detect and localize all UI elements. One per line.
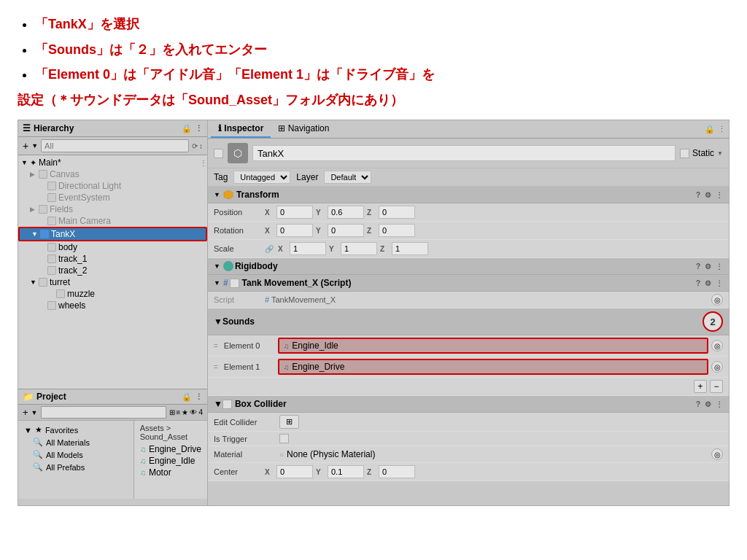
rigidbody-actions: ? ⚙ ⋮ bbox=[696, 262, 723, 271]
pos-x-input[interactable] bbox=[276, 206, 313, 219]
sounds-count-badge[interactable]: 2 bbox=[703, 311, 723, 332]
plus-button[interactable]: + bbox=[23, 140, 28, 152]
hierarchy-item-fields[interactable]: ▶ Fields bbox=[18, 203, 207, 215]
project-all-models[interactable]: 🔍 All Models bbox=[18, 448, 133, 461]
hierarchy-item-body[interactable]: body bbox=[18, 241, 207, 253]
rigidbody-title: Rigidbody bbox=[235, 261, 278, 271]
nav-icon: ⊞ bbox=[278, 123, 285, 133]
tank-movement-header[interactable]: ▼ # Tank Movement_X (Script) ? ⚙ ⋮ bbox=[208, 275, 729, 292]
box-collider-title: Box Collider bbox=[235, 399, 287, 409]
transform-header[interactable]: ▼ Transform ? ⚙ ⋮ bbox=[208, 187, 729, 203]
hierarchy-item-tankx[interactable]: ▼ TankX bbox=[18, 227, 207, 241]
static-label: Static bbox=[692, 148, 714, 158]
element-1-audio-field[interactable]: ♫ Engine_Drive bbox=[278, 359, 708, 375]
edit-collider-btn[interactable]: ⊞ bbox=[279, 415, 299, 429]
sounds-caret: ▼ bbox=[214, 316, 222, 327]
hierarchy-item-muzzle[interactable]: muzzle bbox=[18, 288, 207, 300]
rot-x-input[interactable] bbox=[276, 224, 313, 237]
rigidbody-header[interactable]: ▼ Rigidbody ? ⚙ ⋮ bbox=[208, 258, 729, 275]
dropdown-arrow-icon[interactable]: ▼ bbox=[31, 142, 38, 149]
hierarchy-item-wheels[interactable]: wheels bbox=[18, 300, 207, 311]
asset-motor[interactable]: ♫ Motor bbox=[140, 467, 201, 478]
scale-z-input[interactable] bbox=[392, 242, 428, 255]
drag-handle-1[interactable]: = bbox=[214, 363, 218, 371]
rot-z-input[interactable] bbox=[379, 224, 415, 237]
project-plus-btn[interactable]: + bbox=[23, 407, 28, 418]
hierarchy-menu-icon: ☰ bbox=[23, 123, 31, 133]
tm-help-icon[interactable]: ? bbox=[696, 279, 700, 287]
object-name-input[interactable] bbox=[252, 145, 676, 161]
hierarchy-item-turret[interactable]: ▼ turret bbox=[18, 276, 207, 288]
edit-collider-row: Edit Collider ⊞ bbox=[208, 413, 729, 432]
rb-settings-icon[interactable]: ⚙ bbox=[705, 262, 711, 271]
project-all-materials[interactable]: 🔍 All Materials bbox=[18, 436, 133, 448]
scale-y-input[interactable] bbox=[341, 242, 377, 255]
project-arrow-btn[interactable]: ▼ bbox=[31, 409, 38, 416]
search-icon-small: 🔍 bbox=[33, 438, 43, 447]
hierarchy-item-dirlight[interactable]: Directional Light bbox=[18, 180, 207, 192]
tab-navigation[interactable]: ⊞ Navigation bbox=[271, 120, 336, 138]
project-favorites-header[interactable]: ▼ ★ Favorites bbox=[18, 424, 133, 436]
box-collider-header[interactable]: ▼ Box Collider ? ⚙ ⋮ bbox=[208, 396, 729, 413]
sort-icon[interactable]: ↕ bbox=[199, 142, 203, 150]
transform-help-icon[interactable]: ? bbox=[696, 191, 700, 199]
element-1-target-btn[interactable]: ◎ bbox=[711, 361, 723, 373]
bc-settings-icon[interactable]: ⚙ bbox=[705, 400, 711, 408]
all-models-label: All Models bbox=[46, 451, 83, 459]
hierarchy-item-eventsystem[interactable]: EventSystem bbox=[18, 192, 207, 203]
pos-y-input[interactable] bbox=[328, 206, 364, 219]
rb-menu-icon[interactable]: ⋮ bbox=[716, 262, 723, 271]
view-icon-3[interactable]: ★ bbox=[182, 408, 188, 416]
hierarchy-item-main[interactable]: ▼ ✦ Main* ⋮ bbox=[18, 157, 207, 168]
transform-settings-icon[interactable]: ⚙ bbox=[705, 191, 711, 199]
instruction-1: 「TankX」を選択 bbox=[35, 13, 729, 36]
is-trigger-checkbox[interactable] bbox=[279, 434, 289, 443]
bc-help-icon[interactable]: ? bbox=[696, 400, 700, 408]
layer-select[interactable]: Default bbox=[324, 171, 371, 184]
position-label: Position bbox=[214, 208, 265, 217]
audio-icon-1: ♫ bbox=[284, 363, 290, 371]
bc-active-checkbox[interactable] bbox=[222, 400, 232, 409]
remove-element-btn[interactable]: − bbox=[710, 380, 723, 393]
add-element-btn[interactable]: + bbox=[694, 380, 707, 393]
hierarchy-item-maincamera[interactable]: Main Camera bbox=[18, 215, 207, 227]
project-search-input[interactable] bbox=[41, 406, 166, 419]
hierarchy-item-track1[interactable]: track_1 bbox=[18, 253, 207, 265]
hierarchy-search-input[interactable] bbox=[41, 139, 189, 152]
tm-settings-icon[interactable]: ⚙ bbox=[705, 279, 711, 287]
tag-select[interactable]: Untagged bbox=[233, 171, 290, 184]
project-all-prefabs[interactable]: 🔍 All Prefabs bbox=[18, 461, 133, 473]
tm-menu-icon[interactable]: ⋮ bbox=[716, 279, 723, 287]
center-z-input[interactable] bbox=[379, 465, 415, 478]
script-target-btn[interactable]: ◎ bbox=[711, 294, 723, 306]
scale-x-input[interactable] bbox=[290, 242, 326, 255]
element-0-target-btn[interactable]: ◎ bbox=[711, 340, 723, 351]
hierarchy-item-canvas[interactable]: ▶ Canvas bbox=[18, 168, 207, 180]
view-icon-4[interactable]: 👁 bbox=[190, 408, 197, 416]
tab-inspector[interactable]: ℹ Inspector bbox=[211, 120, 271, 138]
drag-handle-0[interactable]: = bbox=[214, 342, 218, 350]
rb-help-icon[interactable]: ? bbox=[696, 262, 700, 271]
material-target-btn[interactable]: ◎ bbox=[711, 448, 723, 460]
instruction-3: 「Element 0」は「アイドル音」「Element 1」は「ドライブ音」を bbox=[35, 63, 729, 86]
center-x-input[interactable] bbox=[276, 465, 313, 478]
static-dropdown[interactable]: ▼ bbox=[717, 150, 723, 157]
static-checkbox[interactable] bbox=[680, 149, 689, 158]
element-0-audio-field[interactable]: ♫ Engine_Idle bbox=[278, 338, 708, 354]
search-refresh-icon[interactable]: ⟳ bbox=[192, 142, 198, 150]
bc-menu-icon[interactable]: ⋮ bbox=[716, 400, 723, 408]
script-active-checkbox[interactable] bbox=[230, 279, 239, 288]
project-header: 📁 Project 🔒 ⋮ bbox=[18, 389, 207, 405]
project-panel: 📁 Project 🔒 ⋮ + ▼ ⊞ ≡ ★ 👁 bbox=[18, 389, 207, 505]
transform-menu-icon[interactable]: ⋮ bbox=[716, 191, 723, 199]
hierarchy-item-track2[interactable]: track_2 bbox=[18, 265, 207, 276]
object-active-checkbox[interactable] bbox=[214, 149, 223, 158]
hier-label-track2: track_2 bbox=[58, 265, 87, 276]
rot-y-input[interactable] bbox=[328, 224, 364, 237]
asset-engine-drive[interactable]: ♫ Engine_Drive bbox=[140, 444, 201, 454]
center-y-input[interactable] bbox=[328, 465, 364, 478]
pos-z-input[interactable] bbox=[379, 206, 415, 219]
view-icon-2[interactable]: ≡ bbox=[177, 408, 181, 416]
view-icon-1[interactable]: ⊞ bbox=[169, 408, 175, 416]
asset-engine-idle[interactable]: ♫ Engine_Idle bbox=[140, 456, 201, 466]
